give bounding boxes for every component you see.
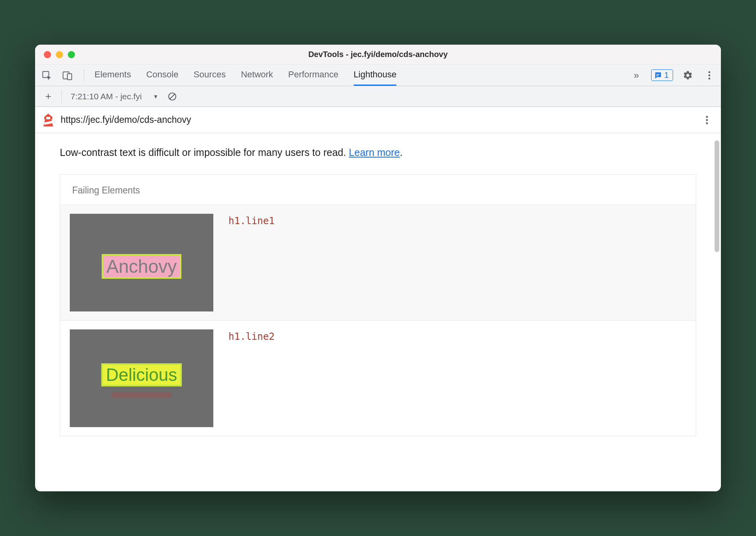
tab-network[interactable]: Network: [241, 65, 273, 86]
failing-element-row[interactable]: Anchovy h1.line1: [60, 205, 696, 320]
more-tabs-icon[interactable]: »: [630, 69, 643, 82]
scrollbar-thumb[interactable]: [715, 140, 719, 252]
svg-line-9: [170, 94, 175, 99]
titlebar: DevTools - jec.fyi/demo/cds-anchovy: [35, 45, 721, 65]
kebab-menu-icon[interactable]: [703, 69, 716, 82]
report-content: Low-contrast text is difficult or imposs…: [35, 133, 721, 491]
device-toolbar-icon[interactable]: [61, 69, 74, 82]
tab-elements[interactable]: Elements: [94, 65, 131, 86]
window-title: DevTools - jec.fyi/demo/cds-anchovy: [308, 50, 448, 59]
report-select-label: 7:21:10 AM - jec.fyi: [71, 92, 142, 101]
message-icon: [654, 71, 662, 79]
chevron-down-icon: ▼: [153, 93, 159, 100]
svg-point-5: [709, 71, 711, 73]
maximize-window-button[interactable]: [68, 51, 75, 58]
element-thumbnail: Anchovy: [70, 214, 213, 311]
report-url: https://jec.fyi/demo/cds-anchovy: [61, 114, 694, 125]
clear-icon[interactable]: [165, 90, 179, 103]
thumbnail-text: Anchovy: [106, 256, 177, 277]
settings-icon[interactable]: [681, 69, 695, 82]
devtools-tabbar: Elements Console Sources Network Perform…: [35, 65, 721, 86]
highlight-box: Anchovy: [102, 254, 181, 279]
tab-performance[interactable]: Performance: [288, 65, 339, 86]
close-window-button[interactable]: [44, 51, 51, 58]
svg-point-15: [706, 119, 708, 121]
svg-rect-3: [656, 74, 660, 75]
element-selector: h1.line1: [228, 214, 275, 311]
lighthouse-icon: [42, 113, 54, 127]
tabbar-left: [40, 69, 87, 82]
highlight-box: Delicious: [101, 363, 182, 386]
audit-description-text: Low-contrast text is difficult or imposs…: [60, 147, 349, 158]
lighthouse-url-bar: https://jec.fyi/demo/cds-anchovy: [35, 107, 721, 133]
devtools-tabs: Elements Console Sources Network Perform…: [94, 65, 626, 86]
issues-count: 1: [664, 71, 669, 80]
minimize-window-button[interactable]: [56, 51, 63, 58]
element-selector: h1.line2: [228, 329, 275, 427]
devtools-window: DevTools - jec.fyi/demo/cds-anchovy Elem…: [35, 45, 721, 491]
tab-sources[interactable]: Sources: [193, 65, 226, 86]
traffic-lights: [44, 51, 75, 58]
svg-point-6: [709, 74, 711, 76]
report-menu-icon[interactable]: [700, 113, 714, 127]
svg-point-7: [709, 77, 711, 79]
inspect-element-icon[interactable]: [40, 69, 53, 82]
svg-point-14: [706, 116, 708, 118]
svg-rect-2: [67, 73, 72, 79]
svg-point-16: [706, 122, 708, 124]
issues-badge[interactable]: 1: [651, 69, 673, 81]
svg-rect-4: [656, 75, 659, 76]
failing-elements-title: Failing Elements: [60, 175, 696, 205]
report-select[interactable]: 7:21:10 AM - jec.fyi ▼: [61, 90, 158, 103]
lighthouse-toolbar: + 7:21:10 AM - jec.fyi ▼: [35, 86, 721, 107]
tab-console[interactable]: Console: [146, 65, 179, 86]
tabbar-right: » 1: [630, 69, 716, 82]
tab-lighthouse[interactable]: Lighthouse: [354, 65, 397, 86]
thumbnail-decoration: [112, 392, 171, 398]
svg-rect-11: [46, 117, 50, 119]
divider: [84, 69, 84, 81]
audit-description: Low-contrast text is difficult or imposs…: [60, 147, 696, 158]
thumbnail-text: Delicious: [106, 365, 177, 385]
failing-element-row[interactable]: Delicious h1.line2: [60, 320, 696, 436]
failing-elements-panel: Failing Elements Anchovy h1.line1 Delici…: [60, 174, 696, 436]
new-report-button[interactable]: +: [42, 90, 54, 102]
learn-more-link[interactable]: Learn more: [349, 147, 400, 158]
element-thumbnail: Delicious: [70, 329, 213, 427]
